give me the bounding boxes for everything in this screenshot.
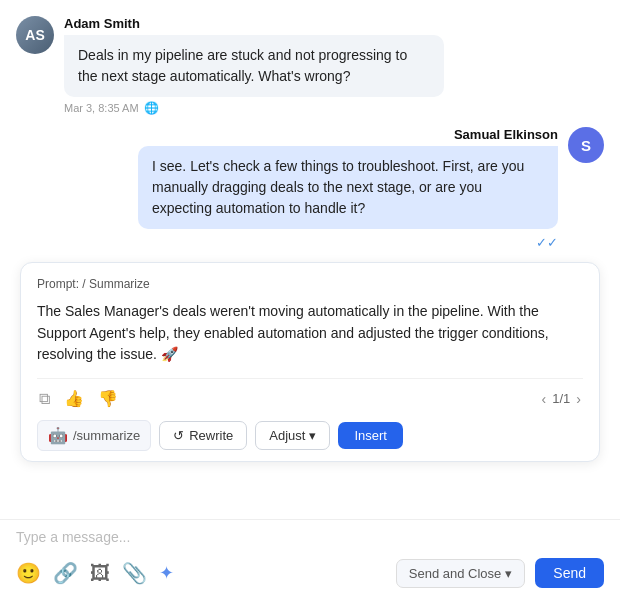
link-icon[interactable]: 🔗 [53,561,78,585]
adam-bubble: Deals in my pipeline are stuck and not p… [64,35,444,97]
prompt-label-value: / Summarize [82,277,149,291]
image-icon[interactable]: 🖼 [90,562,110,585]
pagination: ‹ 1/1 › [540,391,583,407]
prompt-label-text: Prompt: [37,277,82,291]
prompt-actions-row: ⧉ 👍 👎 ‹ 1/1 › [37,378,583,410]
samual-name: Samual Elkinson [454,127,558,142]
rewrite-label: Rewrite [189,428,233,443]
toolbar-icons: 🙂 🔗 🖼 📎 ✦ [16,561,174,585]
thumbs-down-icon[interactable]: 👎 [96,387,120,410]
send-button[interactable]: Send [535,558,604,588]
prev-page-button[interactable]: ‹ [540,391,549,407]
prompt-card: Prompt: / Summarize The Sales Manager's … [20,262,600,462]
next-page-button[interactable]: › [574,391,583,407]
chevron-down-icon: ▾ [309,428,316,443]
page-indicator: 1/1 [552,391,570,406]
input-placeholder: Type a message... [16,529,130,545]
prompt-bar: 🤖 /summarize ↺ Rewrite Adjust ▾ Insert [37,420,583,451]
adjust-label: Adjust [269,428,305,443]
message-adam: AS Adam Smith Deals in my pipeline are s… [16,16,604,115]
rewrite-icon: ↺ [173,428,184,443]
avatar-samual: S [568,127,604,163]
samual-initial: S [581,137,591,154]
read-checkmark: ✓✓ [536,235,558,250]
globe-icon: 🌐 [144,101,159,115]
dropdown-arrow-icon: ▾ [505,566,512,581]
chat-container: AS Adam Smith Deals in my pipeline are s… [0,0,620,519]
avatar-adam: AS [16,16,54,54]
thumbs-up-icon[interactable]: 👍 [62,387,86,410]
prompt-body-text: The Sales Manager's deals weren't moving… [37,301,583,366]
prompt-icon-group: ⧉ 👍 👎 [37,387,120,410]
attachment-icon[interactable]: 📎 [122,561,147,585]
adam-name: Adam Smith [64,16,444,31]
send-close-label: Send and Close [409,566,502,581]
type-area[interactable]: Type a message... [0,520,620,552]
copy-icon[interactable]: ⧉ [37,388,52,410]
bot-icon: 🤖 [48,426,68,445]
send-close-button[interactable]: Send and Close ▾ [396,559,526,588]
message-samual: Samual Elkinson I see. Let's check a few… [16,127,604,250]
prompt-tag: 🤖 /summarize [37,420,151,451]
samual-body: Samual Elkinson I see. Let's check a few… [138,127,558,250]
emoji-icon[interactable]: 🙂 [16,561,41,585]
rewrite-button[interactable]: ↺ Rewrite [159,421,247,450]
adjust-button[interactable]: Adjust ▾ [255,421,330,450]
insert-button[interactable]: Insert [338,422,403,449]
prompt-tag-label: /summarize [73,428,140,443]
adam-meta: Mar 3, 8:35 AM 🌐 [64,101,444,115]
sparkle-icon[interactable]: ✦ [159,562,174,584]
adam-timestamp: Mar 3, 8:35 AM [64,102,139,114]
samual-bubble: I see. Let's check a few things to troub… [138,146,558,229]
toolbar-row: 🙂 🔗 🖼 📎 ✦ Send and Close ▾ Send [0,552,620,598]
adam-body: Adam Smith Deals in my pipeline are stuc… [64,16,444,115]
chat-bottom: Type a message... 🙂 🔗 🖼 📎 ✦ Send and Clo… [0,519,620,598]
prompt-label: Prompt: / Summarize [37,277,583,291]
